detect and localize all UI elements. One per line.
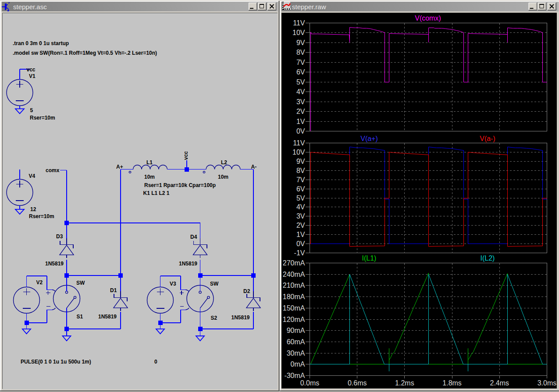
svg-text:V1: V1	[29, 73, 36, 79]
svg-text:7V: 7V	[296, 176, 305, 184]
svg-text:1N5819: 1N5819	[98, 314, 117, 320]
svg-text:10V: 10V	[292, 29, 305, 36]
svg-text:V(a+): V(a+)	[360, 135, 378, 142]
svg-text:V2: V2	[36, 279, 43, 286]
svg-text:-1V: -1V	[294, 249, 305, 257]
svg-text:180mA: 180mA	[283, 293, 305, 300]
svg-text:Rser=1 Rpar=10k Cpar=100p: Rser=1 Rpar=10k Cpar=100p	[144, 182, 216, 188]
svg-text:0mA: 0mA	[291, 360, 305, 368]
svg-text:D3: D3	[56, 233, 63, 240]
svg-text:5V: 5V	[296, 78, 305, 86]
svg-text:3V: 3V	[296, 212, 305, 220]
svg-text:Rser=10m: Rser=10m	[30, 115, 55, 121]
svg-text:comx: comx	[46, 167, 60, 173]
svg-text:stepper.raw: stepper.raw	[292, 3, 326, 11]
svg-text:vcc: vcc	[183, 151, 189, 160]
svg-text:D2: D2	[243, 288, 250, 294]
svg-text:PULSE(0 1 0 1u 1u 500u 1m): PULSE(0 1 0 1u 1u 500u 1m)	[21, 359, 91, 365]
svg-text:0V: 0V	[296, 127, 305, 135]
svg-text:V(a-): V(a-)	[480, 135, 495, 142]
svg-text:10m: 10m	[218, 174, 228, 180]
svg-text:8V: 8V	[296, 167, 305, 174]
svg-text:D1: D1	[110, 287, 117, 293]
svg-text:Rser=10m: Rser=10m	[29, 213, 54, 219]
svg-text:-30mA: -30mA	[284, 372, 305, 379]
svg-text:6V: 6V	[296, 185, 305, 193]
svg-text:8V: 8V	[296, 49, 305, 56]
svg-text:SW: SW	[210, 281, 219, 287]
svg-text:1V: 1V	[296, 118, 305, 125]
svg-text:5: 5	[30, 107, 33, 113]
svg-text:2V: 2V	[296, 222, 305, 229]
svg-text:1N5819: 1N5819	[45, 261, 64, 267]
svg-text:270mA: 270mA	[283, 259, 305, 267]
svg-text:.model sw SW(Ron=.1 Roff=1Meg: .model sw SW(Ron=.1 Roff=1Meg Vt=0.5 Vh=…	[13, 50, 157, 56]
svg-text:stepper.asc: stepper.asc	[13, 3, 47, 11]
svg-text:11V: 11V	[293, 19, 305, 27]
svg-text:30mA: 30mA	[287, 350, 305, 357]
svg-text:V4: V4	[29, 173, 36, 179]
svg-text:150mA: 150mA	[283, 304, 305, 312]
svg-text:0.6ms: 0.6ms	[348, 379, 367, 387]
svg-text:1N5819: 1N5819	[179, 261, 197, 267]
svg-text:S1: S1	[77, 314, 83, 320]
svg-text:5V: 5V	[296, 194, 305, 202]
svg-text:K1 L1 L2 1: K1 L1 L2 1	[143, 190, 170, 196]
svg-text:2.4ms: 2.4ms	[490, 379, 509, 387]
svg-text:0: 0	[154, 359, 157, 365]
svg-text:10m: 10m	[144, 174, 155, 180]
svg-text:1.8ms: 1.8ms	[442, 379, 462, 387]
svg-text:11V: 11V	[293, 139, 305, 147]
svg-text:90mA: 90mA	[287, 327, 305, 334]
svg-text:240mA: 240mA	[283, 271, 305, 278]
svg-text:1.2ms: 1.2ms	[395, 379, 414, 387]
svg-text:1N5819: 1N5819	[231, 314, 250, 321]
svg-text:A-: A-	[251, 164, 257, 170]
svg-text:V3: V3	[170, 281, 176, 287]
svg-text:12: 12	[30, 206, 36, 212]
svg-text:SW: SW	[76, 280, 85, 286]
svg-text:120mA: 120mA	[283, 316, 305, 323]
svg-text:A+: A+	[116, 164, 123, 170]
svg-text:1V: 1V	[296, 231, 305, 238]
svg-text:2V: 2V	[296, 108, 305, 115]
svg-text:4V: 4V	[296, 203, 305, 211]
svg-text:9V: 9V	[296, 158, 305, 165]
svg-text:9V: 9V	[296, 39, 305, 46]
svg-text:S2: S2	[211, 315, 217, 321]
svg-text:V(comx): V(comx)	[415, 14, 441, 22]
svg-text:6V: 6V	[296, 68, 305, 76]
svg-text:0V: 0V	[296, 240, 305, 247]
svg-text:10V: 10V	[292, 148, 305, 156]
svg-text:D4: D4	[190, 234, 197, 240]
svg-text:I(L1): I(L1)	[362, 254, 377, 262]
svg-text:I(L2): I(L2)	[481, 254, 495, 262]
svg-text:L2: L2	[221, 159, 227, 166]
svg-text:60mA: 60mA	[287, 338, 305, 346]
svg-text:210mA: 210mA	[283, 282, 305, 289]
svg-text:3V: 3V	[296, 98, 305, 106]
svg-text:7V: 7V	[296, 59, 305, 66]
svg-text:3.0ms: 3.0ms	[538, 379, 557, 387]
svg-text:L1: L1	[146, 159, 153, 166]
svg-text:0.0ms: 0.0ms	[300, 379, 320, 387]
svg-text:4V: 4V	[296, 88, 305, 95]
svg-text:vcc: vcc	[27, 67, 36, 73]
svg-text:.tran 0 3m 0 1u startup: .tran 0 3m 0 1u startup	[13, 40, 69, 46]
